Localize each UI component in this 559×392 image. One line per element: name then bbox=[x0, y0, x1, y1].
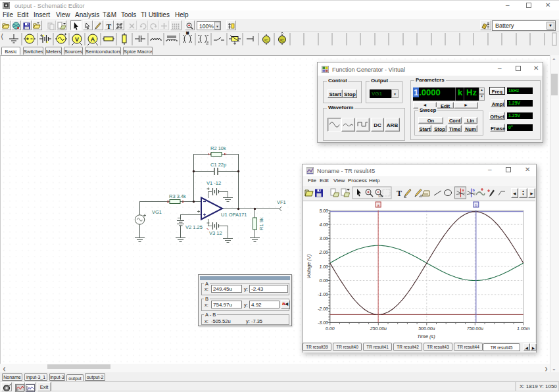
svg-text:IC: IC bbox=[264, 38, 269, 42]
svg-text:V1 -12: V1 -12 bbox=[207, 180, 221, 186]
svg-text:IC: IC bbox=[280, 38, 285, 42]
svg-text:2.00: 2.00 bbox=[318, 250, 328, 255]
svg-text:A: A bbox=[91, 36, 95, 43]
svg-text:500.00u: 500.00u bbox=[418, 326, 435, 331]
svg-text:M: M bbox=[186, 32, 189, 35]
svg-text:-1.00: -1.00 bbox=[318, 292, 328, 297]
svg-text:C1 22p: C1 22p bbox=[210, 162, 226, 168]
svg-text:V2 1.25: V2 1.25 bbox=[185, 224, 203, 230]
svg-text:Voltage (V): Voltage (V) bbox=[306, 254, 312, 279]
svg-text:V: V bbox=[75, 36, 79, 43]
svg-text:R2 10k: R2 10k bbox=[210, 145, 226, 151]
svg-text:VG1: VG1 bbox=[152, 209, 162, 215]
svg-text:VF1: VF1 bbox=[277, 199, 286, 205]
svg-text:R1 9k: R1 9k bbox=[258, 217, 264, 230]
svg-text:-2.00: -2.00 bbox=[318, 306, 328, 311]
svg-text:100: 100 bbox=[378, 195, 383, 198]
svg-text:V3 12: V3 12 bbox=[209, 230, 222, 236]
svg-text:b: b bbox=[473, 188, 475, 192]
svg-text:Time (s): Time (s) bbox=[417, 333, 435, 339]
svg-text:T: T bbox=[397, 189, 402, 198]
svg-text:U1 OPA171: U1 OPA171 bbox=[221, 212, 247, 218]
svg-text:T: T bbox=[107, 22, 112, 30]
svg-text:0.00: 0.00 bbox=[326, 326, 335, 331]
svg-text:4.00: 4.00 bbox=[319, 222, 328, 227]
svg-text:3.00: 3.00 bbox=[319, 236, 328, 241]
svg-text:0.00: 0.00 bbox=[319, 278, 328, 283]
svg-text:750.00u: 750.00u bbox=[467, 326, 483, 331]
svg-text:250.00u: 250.00u bbox=[370, 326, 387, 331]
svg-text:R3 3.4k: R3 3.4k bbox=[169, 193, 186, 199]
svg-text:1.00: 1.00 bbox=[319, 264, 328, 269]
svg-text:5.00: 5.00 bbox=[319, 208, 328, 213]
svg-text:1.00m: 1.00m bbox=[517, 326, 530, 331]
svg-text:-3.00: -3.00 bbox=[318, 320, 328, 325]
